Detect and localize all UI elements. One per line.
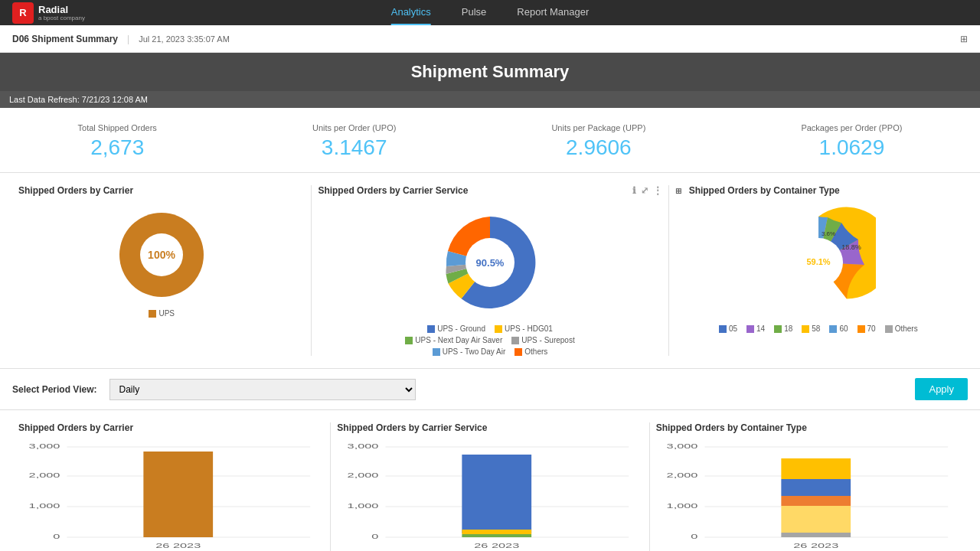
kpi-upo-label: Units per Order (UPO) (312, 123, 396, 132)
legend-twoday-dot (433, 348, 440, 356)
logo-icon: R (12, 2, 34, 24)
pie-carrier-panel: Shipped Orders by Carrier 100% UPS (12, 185, 311, 356)
svg-rect-42 (781, 506, 851, 533)
refresh-text: Last Data Refresh: 7/21/23 12:08 AM (9, 95, 148, 104)
pie-charts-section: Shipped Orders by Carrier 100% UPS Shipp… (0, 173, 980, 368)
svg-text:2,000: 2,000 (29, 471, 60, 479)
bar-service-wrapper: 3,000 2,000 1,000 0 26 2023 (337, 439, 642, 551)
legend-others-container-dot (885, 325, 893, 333)
legend-others-container: Others (885, 324, 918, 333)
expand-icon[interactable]: ⊞ (960, 34, 968, 44)
kpi-upo-value: 3.1467 (312, 135, 396, 160)
svg-text:26 2023: 26 2023 (155, 542, 201, 549)
nav-analytics[interactable]: Analytics (391, 0, 431, 25)
pie-service-legend: UPS - Ground UPS - HDG01 UPS - Next Day … (383, 324, 597, 356)
legend-surepost: UPS - Surepost (511, 336, 574, 344)
legend-ground-dot (427, 325, 435, 333)
bar-service-panel: Shipped Orders by Carrier Service 3,000 … (330, 422, 649, 551)
pie-container-panel: ⊞ Shipped Orders by Container Type (669, 185, 968, 356)
legend-hdg01: UPS - HDG01 (495, 324, 553, 333)
svg-text:26 2023: 26 2023 (793, 542, 838, 549)
bar-carrier-wrapper: 3,000 2,000 1,000 0 26 2023 (18, 439, 324, 551)
svg-text:26 2023: 26 2023 (475, 542, 520, 549)
info-icon[interactable]: ℹ (632, 185, 636, 196)
container-icon: ⊞ (675, 187, 681, 195)
pie-service-container: 90.5% UPS - Ground UPS - HDG01 UPS - Nex… (318, 205, 662, 356)
refresh-bar: Last Data Refresh: 7/21/23 12:08 AM (0, 91, 980, 108)
pie-service-title: Shipped Orders by Carrier Service ℹ ⤢ ⋮ (318, 185, 662, 196)
kpi-upo: Units per Order (UPO) 3.1467 (312, 123, 396, 160)
svg-text:18.8%: 18.8% (841, 243, 861, 251)
svg-text:1,000: 1,000 (666, 502, 697, 510)
svg-text:0: 0 (372, 533, 379, 540)
svg-text:3,000: 3,000 (666, 442, 697, 450)
svg-rect-41 (781, 496, 851, 506)
legend-58: 58 (802, 324, 820, 333)
legend-ground: UPS - Ground (427, 324, 485, 333)
page-title: Shipment Summary (9, 62, 971, 82)
bar-carrier-panel: Shipped Orders by Carrier 3,000 2,000 1,… (12, 422, 330, 551)
svg-rect-27 (462, 455, 532, 533)
pie-carrier-chart: 100% (112, 205, 211, 305)
legend-ups: UPS (149, 309, 175, 318)
breadcrumb-bar: D06 Shipment Summary | Jul 21, 2023 3:35… (0, 25, 980, 53)
kpi-ppo: Packages per Order (PPO) 1.0629 (801, 123, 902, 160)
svg-text:90.5%: 90.5% (476, 257, 505, 269)
svg-rect-28 (462, 530, 532, 534)
bar-carrier-svg: 3,000 2,000 1,000 0 26 2023 (18, 439, 324, 551)
expand-chart-icon[interactable]: ⤢ (641, 185, 648, 196)
legend-twoday: UPS - Two Day Air (433, 347, 506, 356)
svg-text:1,000: 1,000 (29, 502, 60, 510)
svg-text:100%: 100% (148, 249, 175, 261)
logo-sub: a bpost company (38, 15, 85, 21)
legend-14-dot (746, 325, 754, 333)
more-icon[interactable]: ⋮ (653, 185, 662, 196)
pie-service-chart: 90.5% (433, 205, 547, 320)
breadcrumb-date: Jul 21, 2023 3:35:07 AM (139, 34, 230, 44)
kpi-ppo-value: 1.0629 (801, 135, 902, 160)
pie-container-legend: 05 14 18 58 60 70 Others (719, 324, 918, 333)
svg-text:2,000: 2,000 (666, 471, 697, 479)
legend-05: 05 (719, 324, 737, 333)
bar-container-title: Shipped Orders by Container Type (656, 422, 962, 433)
kpi-total-shipped: Total Shipped Orders 2,673 (78, 123, 157, 160)
bar-charts-section: Shipped Orders by Carrier 3,000 2,000 1,… (0, 410, 980, 551)
apply-button[interactable]: Apply (915, 378, 968, 400)
bar-container-wrapper: 3,000 2,000 1,000 0 26 2023 (656, 439, 962, 551)
main-nav: Analytics Pulse Report Manager (391, 0, 590, 25)
svg-text:3,000: 3,000 (348, 442, 379, 450)
kpi-row: Total Shipped Orders 2,673 Units per Ord… (0, 108, 980, 173)
svg-text:3.6%: 3.6% (822, 230, 835, 237)
pie-service-icons: ℹ ⤢ ⋮ (632, 185, 662, 196)
legend-70-dot (858, 325, 865, 333)
legend-others-service: Others (514, 347, 547, 356)
period-label: Select Period View: (12, 384, 97, 395)
svg-rect-29 (462, 534, 532, 537)
period-select[interactable]: Daily Weekly Monthly (109, 379, 416, 400)
kpi-upp-label: Units per Package (UPP) (551, 123, 645, 132)
nav-report-manager[interactable]: Report Manager (517, 0, 589, 25)
pie-container-container: 59.1% 18.8% 3.6% 05 14 18 58 60 70 Other… (675, 205, 962, 333)
svg-rect-43 (781, 533, 851, 537)
kpi-ppo-label: Packages per Order (PPO) (801, 123, 902, 132)
svg-text:2,000: 2,000 (348, 471, 379, 479)
svg-rect-39 (781, 479, 851, 496)
legend-hdg01-dot (495, 325, 502, 333)
legend-ndas: UPS - Next Day Air Saver (405, 336, 502, 344)
nav-pulse[interactable]: Pulse (462, 0, 487, 25)
pie-carrier-legend: UPS (149, 309, 175, 318)
bar-service-svg: 3,000 2,000 1,000 0 26 2023 (337, 439, 642, 551)
legend-58-dot (802, 325, 809, 333)
period-row: Select Period View: Daily Weekly Monthly… (0, 368, 980, 410)
legend-surepost-dot (511, 337, 519, 344)
legend-others-dot (514, 348, 522, 356)
bar-container-panel: Shipped Orders by Container Type 3,000 2… (650, 422, 968, 551)
kpi-upp-value: 2.9606 (551, 135, 645, 160)
breadcrumb-divider: | (127, 34, 129, 44)
pie-carrier-container: 100% UPS (18, 205, 305, 318)
bar-service-title: Shipped Orders by Carrier Service (337, 422, 642, 433)
svg-text:3,000: 3,000 (29, 442, 60, 450)
bar-container-svg: 3,000 2,000 1,000 0 26 2023 (656, 439, 962, 551)
legend-18: 18 (774, 324, 792, 333)
svg-text:59.1%: 59.1% (806, 257, 830, 266)
